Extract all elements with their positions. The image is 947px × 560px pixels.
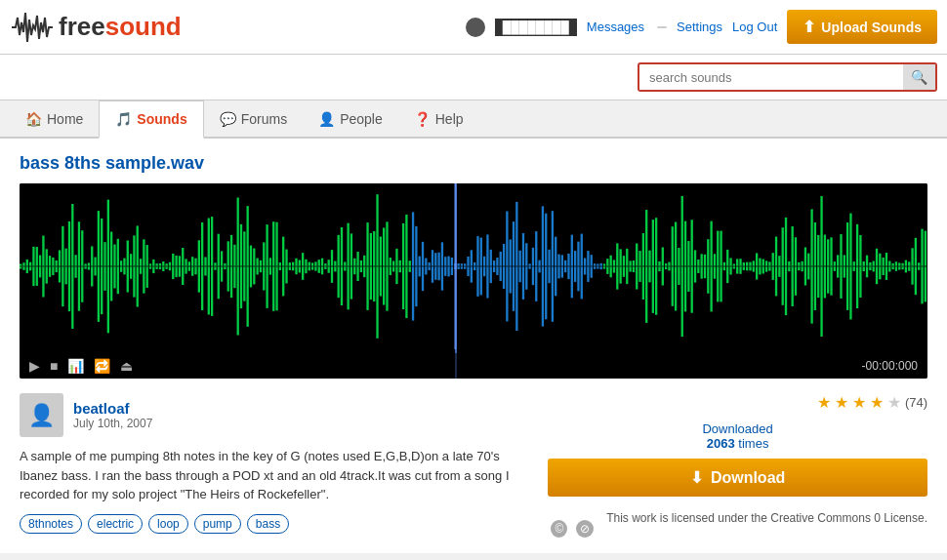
downloaded-label: Downloaded: [702, 421, 772, 436]
star-2: ★: [835, 393, 848, 412]
logo-waveform-icon: [10, 8, 59, 47]
author-name[interactable]: beatloaf: [73, 400, 152, 417]
sound-title: bass 8ths sample.wav: [20, 153, 927, 174]
author-date: July 10th, 2007: [73, 417, 152, 430]
username-box: ████████: [495, 19, 577, 36]
settings-link[interactable]: Settings: [677, 20, 722, 34]
nav-help-label: Help: [435, 111, 464, 127]
playhead: [455, 183, 457, 379]
tags-container: 8thnotes electric loop pump bass: [20, 514, 528, 534]
waveform-view-button[interactable]: 📊: [67, 358, 84, 374]
star-1: ★: [817, 393, 831, 412]
nav-home-label: Home: [47, 111, 83, 127]
people-icon: 👤: [318, 111, 335, 127]
logo: freesound: [10, 8, 182, 47]
nav-home[interactable]: 🏠 Home: [10, 100, 99, 139]
rating-count: (74): [905, 395, 927, 410]
author-avatar: 👤: [20, 393, 63, 437]
sound-meta: 👤 beatloaf July 10th, 2007 A sample of m…: [20, 393, 528, 534]
download-button[interactable]: ⬇ Download: [548, 459, 927, 497]
loop-button[interactable]: 🔁: [94, 358, 110, 374]
download-label: Download: [711, 469, 785, 487]
header-right: ████████ Messages Settings Log Out ⬆ Upl…: [466, 10, 937, 44]
tag-electric[interactable]: electric: [88, 514, 143, 534]
download-section: ★ ★ ★ ★ ★ (74) Downloaded 2063 times ⬇ D…: [548, 393, 927, 539]
star-5-half: ★: [887, 393, 901, 412]
main-content: bass 8ths sample.wav ▶ ■ 📊 🔁 ⏏ -00:00:00…: [0, 139, 947, 553]
header: freesound ████████ Messages Settings Log…: [0, 0, 947, 55]
logout-link[interactable]: Log Out: [732, 20, 777, 34]
play-button[interactable]: ▶: [29, 358, 40, 374]
tag-pump[interactable]: pump: [194, 514, 241, 534]
nav-forums[interactable]: 💬 Forums: [204, 100, 303, 139]
home-icon: 🏠: [25, 111, 42, 127]
download-arrow-icon: ⬇: [690, 468, 703, 487]
sounds-icon: 🎵: [115, 111, 132, 127]
nav-sounds[interactable]: 🎵 Sounds: [99, 100, 203, 139]
search-bar-container: 🔍: [0, 55, 947, 100]
nav-help[interactable]: ❓ Help: [398, 100, 479, 139]
downloaded-times: times: [738, 436, 768, 451]
author-info: beatloaf July 10th, 2007: [73, 400, 152, 430]
upload-label: Upload Sounds: [821, 20, 922, 35]
nav-people-label: People: [340, 111, 383, 127]
tag-8thnotes[interactable]: 8thnotes: [20, 514, 82, 534]
user-avatar: [466, 18, 485, 37]
cc-logo: © ⊘: [548, 511, 597, 539]
upload-button[interactable]: ⬆ Upload Sounds: [787, 10, 937, 44]
logo-text: freesound: [59, 12, 182, 42]
rating: ★ ★ ★ ★ ★ (74): [548, 393, 927, 412]
help-icon: ❓: [414, 111, 431, 127]
messages-link[interactable]: Messages: [587, 20, 644, 34]
star-4: ★: [870, 393, 884, 412]
forums-icon: 💬: [220, 111, 236, 127]
messages-badge: [657, 26, 667, 28]
waveform-controls: ▶ ■ 📊 🔁 ⏏ -00:00:000: [20, 353, 927, 379]
waveform-container: ▶ ■ 📊 🔁 ⏏ -00:00:000: [20, 183, 927, 379]
stop-button[interactable]: ■: [50, 358, 58, 374]
time-display: -00:00:000: [862, 359, 918, 373]
nav-sounds-label: Sounds: [137, 111, 186, 127]
downloaded-count: 2063: [707, 436, 735, 451]
search-form: 🔍: [638, 62, 937, 92]
author-row: 👤 beatloaf July 10th, 2007: [20, 393, 528, 437]
extra-control: ⏏: [120, 358, 133, 374]
sound-info: 👤 beatloaf July 10th, 2007 A sample of m…: [20, 393, 927, 539]
star-3: ★: [852, 393, 866, 412]
downloaded-info: Downloaded 2063 times: [548, 421, 927, 451]
avatar-icon: 👤: [28, 403, 55, 428]
waveform-canvas[interactable]: [20, 183, 927, 379]
cc-section: © ⊘ This work is licensed under the Crea…: [548, 511, 927, 539]
search-button[interactable]: 🔍: [903, 64, 935, 90]
nav-people[interactable]: 👤 People: [303, 100, 398, 139]
cc-text: This work is licensed under the Creative…: [606, 511, 927, 525]
main-nav: 🏠 Home 🎵 Sounds 💬 Forums 👤 People ❓ Help: [0, 100, 947, 139]
upload-icon: ⬆: [803, 18, 815, 36]
tag-loop[interactable]: loop: [148, 514, 188, 534]
nav-forums-label: Forums: [241, 111, 287, 127]
sound-description: A sample of me pumping 8th notes in the …: [20, 447, 528, 504]
search-icon: 🔍: [911, 69, 927, 85]
tag-bass[interactable]: bass: [247, 514, 289, 534]
search-input[interactable]: [639, 65, 903, 90]
